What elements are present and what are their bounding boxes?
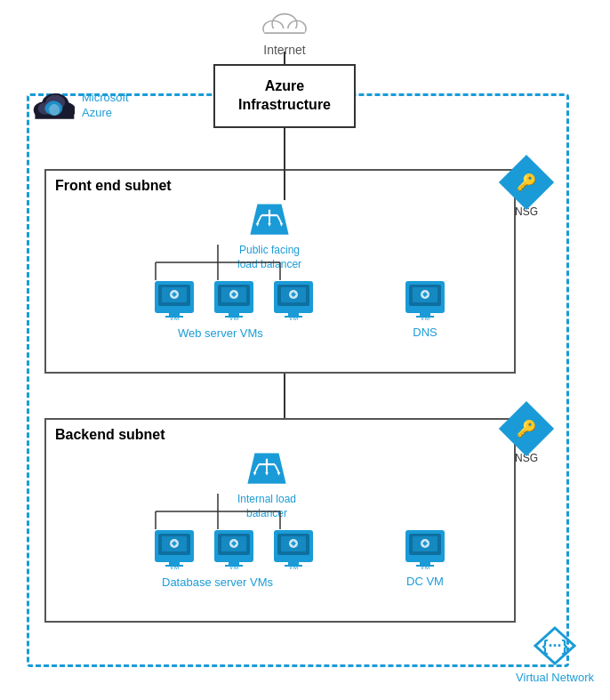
internet-cloud: Internet	[240, 7, 329, 57]
db-vm-icon-1: VM	[151, 527, 197, 569]
backend-lb-label: Internal load balancer	[237, 493, 296, 520]
dns-label: DNS	[402, 326, 448, 339]
vm-icon-2: VM	[211, 278, 257, 320]
db-vms-label: Database server VMs	[162, 575, 273, 589]
nsg-diamond-backend: 🔑	[499, 401, 554, 456]
dc-vm-icon: VM	[402, 527, 448, 569]
vm-web-2: VM	[211, 278, 257, 320]
nsg-key-icon-2: 🔑	[517, 419, 536, 439]
svg-text:VM: VM	[421, 564, 430, 569]
db-vms-row: VM VM	[151, 527, 317, 569]
backend-subnet-box: Backend subnet Internal load balancer	[44, 418, 516, 623]
nsg-key-icon: 🔑	[517, 173, 536, 192]
virtual-network-container: {···} Virtual Network	[516, 624, 594, 684]
svg-text:VM: VM	[421, 315, 430, 320]
webserver-vms-label: Web server VMs	[178, 326, 263, 340]
virtual-network-icon: {···}	[532, 624, 578, 667]
db-vm-icon-2: VM	[211, 527, 257, 569]
frontend-lb-group: Public facing load balancer	[237, 197, 301, 271]
nsg-frontend: 🔑 NSG	[507, 163, 546, 218]
vm-db-3: VM	[270, 527, 317, 569]
backend-lb-group: Internal load balancer	[237, 447, 296, 520]
vm-db-2: VM	[211, 527, 257, 569]
azure-cloud-icon	[28, 89, 75, 123]
vm-icon-3: VM	[270, 278, 317, 320]
cloud-icon	[249, 7, 320, 41]
frontend-subnet-label: Front end subnet	[46, 171, 514, 201]
internet-label: Internet	[263, 43, 305, 57]
vm-web-1: VM	[151, 278, 197, 320]
vm-web-3: VM	[270, 278, 317, 320]
svg-text:VM: VM	[289, 315, 299, 320]
azure-infra-label: Azure Infrastructure	[238, 77, 331, 115]
svg-text:VM: VM	[229, 315, 239, 320]
dc-vm-label: DC VM	[402, 575, 448, 588]
webserver-vms-row: VM VM	[151, 278, 317, 320]
frontend-lb-label: Public facing load balancer	[237, 244, 301, 271]
backend-lb-icon	[243, 447, 291, 491]
vm-db-1: VM	[151, 527, 197, 569]
azure-cloud-label: Microsoft Azure	[82, 91, 129, 121]
svg-text:VM: VM	[170, 315, 180, 320]
diagram-container: Internet Microsoft Azure Azure Infrastru…	[0, 0, 610, 700]
db-vm-icon-3: VM	[270, 527, 317, 569]
dc-vm-group: VM DC VM	[402, 527, 448, 588]
frontend-subnet-box: Front end subnet Public facing load bala…	[44, 169, 516, 374]
dns-vm-group: VM DNS	[402, 278, 448, 339]
azure-cloud-section: Microsoft Azure	[28, 89, 129, 123]
nsg-diamond-frontend: 🔑	[499, 155, 554, 210]
nsg-backend: 🔑 NSG	[507, 409, 546, 464]
dns-vm-icon: VM	[402, 278, 448, 320]
frontend-lb-icon	[245, 197, 293, 242]
backend-subnet-label: Backend subnet	[46, 420, 514, 450]
svg-text:VM: VM	[170, 564, 180, 569]
svg-text:VM: VM	[229, 564, 239, 569]
azure-infra-box: Azure Infrastructure	[213, 64, 356, 128]
virtual-network-label: Virtual Network	[516, 671, 594, 684]
svg-text:{···}: {···}	[542, 637, 568, 655]
vm-icon-1: VM	[151, 278, 197, 320]
svg-text:VM: VM	[289, 564, 299, 569]
